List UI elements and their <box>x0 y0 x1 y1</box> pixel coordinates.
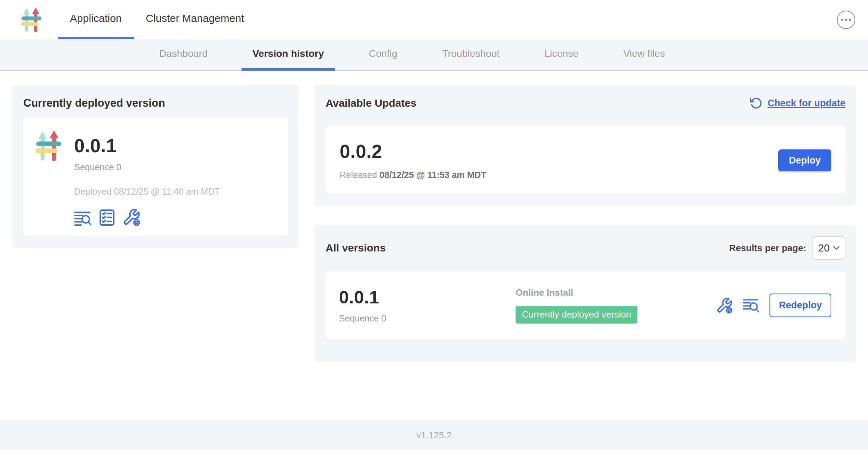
check-for-update-label: Check for update <box>767 98 845 109</box>
config-icon[interactable] <box>716 297 733 314</box>
version-history-page: Currently deployed version 0.0.1 Sequenc… <box>0 71 868 420</box>
available-updates-title: Available Updates <box>326 97 416 109</box>
tab-dashboard-label: Dashboard <box>159 48 208 59</box>
currently-deployed-badge: Currently deployed version <box>516 306 637 324</box>
chevron-down-icon <box>833 246 840 250</box>
currently-deployed-title: Currently deployed version <box>23 97 288 109</box>
app-logo <box>21 0 42 39</box>
more-menu-button[interactable] <box>837 11 855 29</box>
currently-deployed-version-card: 0.0.1 Sequence 0 Deployed 08/12/25 @ 11:… <box>23 118 288 236</box>
row-sequence: Sequence 0 <box>339 313 516 324</box>
tab-troubleshoot[interactable]: Troubleshoot <box>431 39 510 71</box>
kots-admin-console: Application Cluster Management Dashboard… <box>0 0 868 450</box>
all-versions-title: All versions <box>326 242 386 254</box>
tab-version-history[interactable]: Version history <box>242 39 335 71</box>
config-icon[interactable] <box>122 208 141 226</box>
currently-deployed-card: Currently deployed version 0.0.1 Sequenc… <box>12 85 299 248</box>
version-row: 0.0.1 Sequence 0 Online Install Currentl… <box>326 272 845 339</box>
tab-config[interactable]: Config <box>358 39 408 71</box>
admin-console-version: v1.125.2 <box>416 430 452 441</box>
all-versions-header: All versions Results per page: 20 <box>326 236 845 260</box>
deploy-button[interactable]: Deploy <box>778 149 831 171</box>
available-updates-header: Available Updates Check for update <box>326 97 845 109</box>
results-per-page-value: 20 <box>818 242 830 254</box>
available-update-item: 0.0.2 Released 08/12/25 @ 11:53 am MDT D… <box>326 126 845 194</box>
top-tab-application-label: Application <box>70 12 122 24</box>
app-logo-icon <box>36 129 61 161</box>
install-type-label: Online Install <box>516 287 716 298</box>
tab-view-files[interactable]: View files <box>612 39 676 71</box>
tab-dashboard[interactable]: Dashboard <box>148 39 219 71</box>
update-released-timestamp: Released 08/12/25 @ 11:53 am MDT <box>340 170 486 180</box>
tab-view-files-label: View files <box>623 48 665 59</box>
released-at: 08/12/25 @ 11:53 am MDT <box>380 170 486 180</box>
top-nav: Application Cluster Management <box>0 0 868 39</box>
tab-license-label: License <box>545 48 579 59</box>
row-version-number: 0.0.1 <box>339 287 516 308</box>
results-per-page: Results per page: 20 <box>729 236 845 260</box>
ellipsis-icon <box>841 18 851 22</box>
app-logo-icon <box>21 7 42 32</box>
tab-config-label: Config <box>369 48 397 59</box>
released-label: Released <box>340 170 377 180</box>
tab-license[interactable]: License <box>534 39 590 71</box>
top-tab-cluster-management-label: Cluster Management <box>146 12 244 24</box>
deployed-version-actions <box>74 208 220 226</box>
check-for-update-link[interactable]: Check for update <box>750 97 845 109</box>
version-row-status-column: Online Install Currently deployed versio… <box>516 287 716 324</box>
page-footer: v1.125.2 <box>0 420 868 450</box>
top-tab-cluster-management[interactable]: Cluster Management <box>134 0 256 39</box>
results-per-page-label: Results per page: <box>729 243 806 254</box>
deployed-timestamp: Deployed 08/12/25 @ 11:40 am MDT <box>74 186 220 197</box>
deployed-sequence: Sequence 0 <box>74 162 220 172</box>
app-sub-nav: Dashboard Version history Config Trouble… <box>0 39 868 71</box>
version-row-actions: Redeploy <box>716 294 831 317</box>
deployed-version-number: 0.0.1 <box>74 135 220 156</box>
deployed-version-details: 0.0.1 Sequence 0 Deployed 08/12/25 @ 11:… <box>74 128 220 226</box>
release-notes-icon[interactable] <box>74 210 92 226</box>
tab-version-history-label: Version history <box>252 48 324 59</box>
version-history-main: Available Updates Check for update 0.0.2… <box>314 85 856 362</box>
refresh-icon <box>750 97 762 109</box>
available-updates-card: Available Updates Check for update 0.0.2… <box>314 85 856 206</box>
tab-troubleshoot-label: Troubleshoot <box>442 48 499 59</box>
update-details: 0.0.2 Released 08/12/25 @ 11:53 am MDT <box>340 141 486 180</box>
top-tab-application[interactable]: Application <box>58 0 134 39</box>
results-per-page-select[interactable]: 20 <box>812 236 845 260</box>
version-row-version-column: 0.0.1 Sequence 0 <box>339 287 516 324</box>
preflight-checks-icon[interactable] <box>99 209 115 226</box>
redeploy-button[interactable]: Redeploy <box>769 294 831 317</box>
all-versions-card: All versions Results per page: 20 0.0 <box>314 225 856 362</box>
release-notes-icon[interactable] <box>743 298 760 313</box>
update-version-number: 0.0.2 <box>340 141 486 162</box>
